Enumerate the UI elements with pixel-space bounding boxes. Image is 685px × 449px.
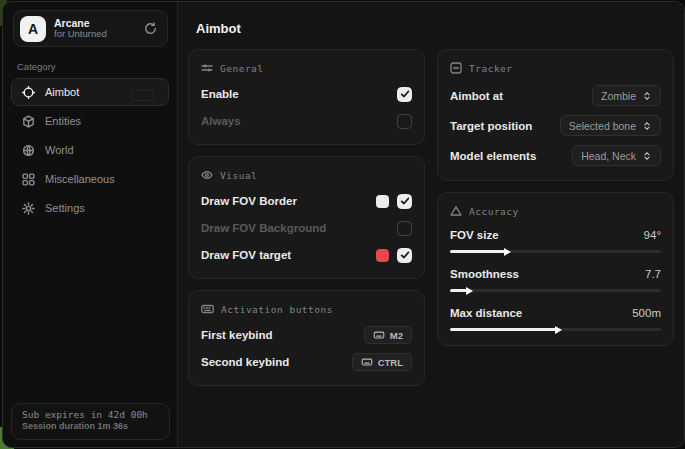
fov-background-checkbox[interactable] (397, 221, 412, 236)
fov-target-checkbox[interactable] (397, 248, 412, 263)
setting-label: Enable (201, 88, 239, 100)
setting-row-fov-background: Draw FOV Background (201, 217, 412, 239)
scan-icon (450, 62, 462, 74)
fov-border-checkbox[interactable] (397, 194, 412, 209)
sidebar-item-settings[interactable]: Settings (11, 194, 169, 222)
setting-row-aimbot-at: Aimbot at Zombie (450, 83, 661, 108)
nav-keybind-hint (131, 90, 154, 101)
accuracy-card: Accuracy FOV size 94° Smoothness (437, 192, 674, 346)
color-swatch-white[interactable] (376, 195, 389, 208)
setting-label: Max distance (450, 307, 522, 319)
dropdown-value: Head, Neck (581, 150, 636, 162)
model-elements-dropdown[interactable]: Head, Neck (572, 145, 661, 166)
enable-checkbox[interactable] (397, 87, 412, 102)
keybind-value: M2 (390, 330, 403, 341)
setting-label: Target position (450, 120, 532, 132)
setting-label: First keybind (201, 329, 273, 341)
slider-thumb[interactable] (466, 287, 473, 295)
setting-label: Always (201, 115, 241, 127)
slider-fill (450, 328, 556, 331)
slider-fill (450, 289, 467, 292)
slider-value: 94° (644, 229, 661, 241)
setting-label: Draw FOV target (201, 249, 291, 261)
keyboard-icon (361, 357, 373, 367)
keyboard-icon (373, 330, 385, 340)
sidebar-item-label: World (45, 144, 74, 156)
grid-icon (22, 173, 35, 186)
setting-row-fov-target: Draw FOV target (201, 244, 412, 266)
setting-row-fov-size: FOV size 94° (450, 226, 661, 253)
expand-icon (642, 151, 652, 161)
sidebar-item-label: Miscellaneous (45, 173, 115, 185)
setting-label: Model elements (450, 150, 536, 162)
setting-row-enable: Enable (201, 83, 412, 105)
setting-label: Draw FOV Border (201, 195, 297, 207)
visual-card: Visual Draw FOV Border Draw FOV Backgrou… (188, 156, 425, 279)
setting-row-second-keybind: Second keybind CTRL (201, 351, 412, 373)
section-title: Activation buttons (221, 304, 333, 315)
fov-size-slider[interactable] (450, 250, 661, 253)
gear-icon (22, 202, 35, 215)
slider-value: 7.7 (645, 268, 661, 280)
app-window: A Arcane for Unturned Category Aimbot En… (2, 1, 685, 448)
color-swatch-red[interactable] (376, 249, 389, 262)
subscription-info-card: Sub expires in 42d 00h Session duration … (11, 403, 170, 440)
right-column: Tracker Aimbot at Zombie Target position (437, 49, 674, 386)
setting-label: Draw FOV Background (201, 222, 326, 234)
section-title: Tracker (469, 63, 513, 74)
aimbot-at-dropdown[interactable]: Zombie (592, 85, 661, 106)
sliders-icon (201, 62, 213, 74)
setting-label: Second keybind (201, 356, 289, 368)
setting-label: Smoothness (450, 268, 519, 280)
entities-icon (22, 115, 35, 128)
page-title: Aimbot (196, 21, 674, 36)
globe-icon (22, 144, 35, 157)
crosshair-icon (22, 86, 35, 99)
expand-icon (642, 91, 652, 101)
slider-thumb[interactable] (555, 326, 562, 334)
target-position-dropdown[interactable]: Selected bone (560, 115, 661, 136)
eye-icon (201, 169, 213, 181)
sidebar-item-world[interactable]: World (11, 136, 169, 164)
app-logo: A (20, 16, 46, 42)
keybind-value: CTRL (378, 357, 403, 368)
setting-row-target-position: Target position Selected bone (450, 113, 661, 138)
sub-expiry-text: Sub expires in 42d 00h (22, 409, 159, 420)
category-label: Category (17, 61, 177, 72)
keyboard-icon (201, 303, 214, 315)
smoothness-slider[interactable] (450, 289, 661, 292)
expand-icon (642, 121, 652, 131)
max-distance-slider[interactable] (450, 328, 661, 331)
sidebar: A Arcane for Unturned Category Aimbot En… (3, 2, 178, 447)
sidebar-item-entities[interactable]: Entities (11, 107, 169, 135)
setting-row-always: Always (201, 110, 412, 132)
session-duration-text: Session duration 1m 36s (22, 421, 159, 431)
sidebar-item-label: Settings (45, 202, 85, 214)
setting-label: Aimbot at (450, 90, 503, 102)
general-card: General Enable Always (188, 49, 425, 145)
second-keybind-button[interactable]: CTRL (352, 353, 412, 371)
sidebar-item-aimbot[interactable]: Aimbot (11, 78, 169, 106)
section-title: Accuracy (469, 206, 519, 217)
slider-value: 500m (632, 307, 661, 319)
sidebar-item-label: Aimbot (45, 86, 79, 98)
sidebar-header-card: A Arcane for Unturned (13, 10, 168, 47)
always-checkbox[interactable] (397, 114, 412, 129)
triangle-icon (450, 205, 462, 217)
sidebar-item-miscellaneous[interactable]: Miscellaneous (11, 165, 169, 193)
main-content: Aimbot General Enable (178, 2, 685, 447)
activation-card: Activation buttons First keybind M2 Seco… (188, 290, 425, 386)
tracker-card: Tracker Aimbot at Zombie Target position (437, 49, 674, 181)
sidebar-item-label: Entities (45, 115, 81, 127)
dropdown-value: Selected bone (569, 120, 636, 132)
slider-thumb[interactable] (504, 248, 511, 256)
sync-icon[interactable] (144, 22, 157, 35)
first-keybind-button[interactable]: M2 (364, 326, 412, 344)
setting-row-first-keybind: First keybind M2 (201, 324, 412, 346)
dropdown-value: Zombie (601, 90, 636, 102)
app-subtitle: for Unturned (54, 29, 136, 40)
left-column: General Enable Always (188, 49, 425, 386)
app-titles: Arcane for Unturned (54, 17, 136, 40)
setting-label: FOV size (450, 229, 499, 241)
section-title: Visual (220, 170, 257, 181)
